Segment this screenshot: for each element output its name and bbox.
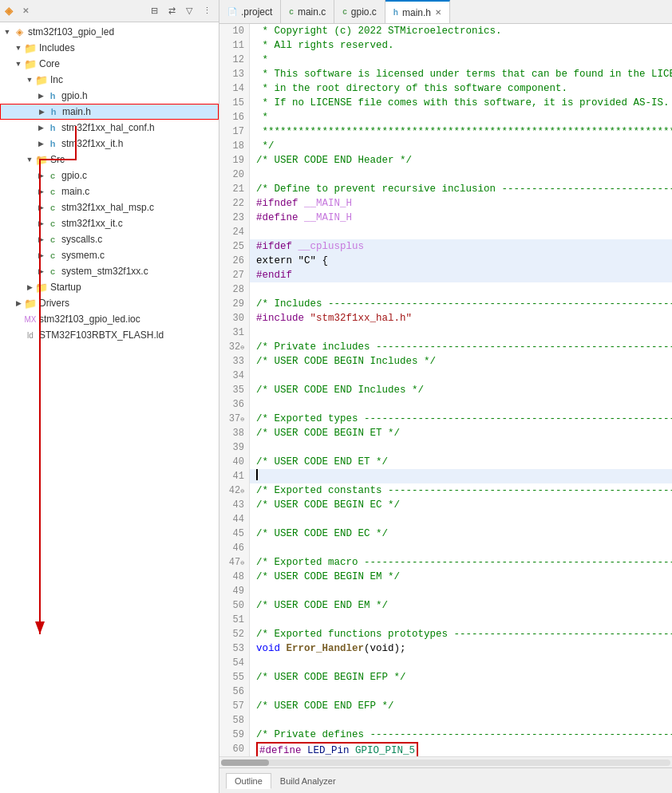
code-line-42[interactable]: /* Exported constants ------------------… (250, 483, 672, 498)
tree-arrow-system_stm32f1xx_c[interactable]: ▶ (35, 266, 46, 277)
code-line-17[interactable]: ****************************************… (250, 124, 672, 139)
code-line-35[interactable]: /* USER CODE END Includes */ (250, 383, 672, 397)
code-line-47[interactable]: /* Exported macro ----------------------… (250, 555, 672, 570)
collapse-all-btn[interactable]: ⊟ (147, 4, 161, 18)
tree-arrow-stm32f1xx_it_c[interactable]: ▶ (35, 218, 46, 229)
tree-item-src[interactable]: ▼📁Src (0, 152, 219, 168)
explorer-close-btn[interactable]: ✕ (22, 6, 29, 15)
scrollbar-track[interactable] (221, 759, 670, 766)
menu-btn[interactable]: ⋮ (200, 4, 214, 18)
code-line-60[interactable]: #define LED_Pin GPIO_PIN_5 (250, 742, 672, 756)
tree-item-stm32f1xx_it_h[interactable]: ▶hstm32f1xx_it.h (0, 136, 219, 152)
tree-item-system_stm32f1xx_c[interactable]: ▶csystem_stm32f1xx.c (0, 263, 219, 279)
horizontal-scrollbar[interactable] (219, 756, 672, 767)
code-line-48[interactable]: /* USER CODE BEGIN EM */ (250, 570, 672, 584)
code-line-18[interactable]: */ (250, 139, 672, 153)
tree-arrow-main_c_file[interactable]: ▶ (35, 186, 46, 197)
code-line-14[interactable]: * in the root directory of this software… (250, 81, 672, 96)
tree-item-main_c_file[interactable]: ▶cmain.c (0, 183, 219, 199)
tree-item-includes[interactable]: ▼📁Includes (0, 40, 219, 56)
code-line-36[interactable] (250, 397, 672, 412)
code-line-54[interactable] (250, 656, 672, 670)
tree-arrow-drivers[interactable]: ▶ (13, 298, 24, 309)
tree-arrow-syscalls_c[interactable]: ▶ (35, 234, 46, 245)
code-line-59[interactable]: /* Private defines ---------------------… (250, 728, 672, 742)
code-line-51[interactable] (250, 613, 672, 627)
code-line-57[interactable]: /* USER CODE END EFP */ (250, 699, 672, 713)
bottom-tab-1[interactable]: Build Analyzer (271, 773, 345, 789)
tree-arrow-inc[interactable]: ▼ (24, 74, 35, 85)
code-view[interactable]: 1011121314151617181920212223242526272829… (219, 24, 672, 756)
tree-item-ioc[interactable]: MXstm32f103_gpio_led.ioc (0, 311, 219, 327)
tree-item-stm32f1xx_it_c[interactable]: ▶cstm32f1xx_it.c (0, 215, 219, 231)
bottom-tab-0[interactable]: Outline (226, 773, 271, 789)
tree-item-main_h_file[interactable]: ▶hmain.h (0, 104, 219, 120)
tree-arrow-stm32f1xx_hal_msp_c[interactable]: ▶ (35, 202, 46, 213)
tree-arrow-includes[interactable]: ▼ (13, 42, 24, 53)
tree-item-stm32f1xx_hal_conf_h[interactable]: ▶hstm32f1xx_hal_conf.h (0, 120, 219, 136)
code-line-53[interactable]: void Error_Handler(void); (250, 641, 672, 656)
code-line-11[interactable]: * All rights reserved. (250, 38, 672, 53)
code-line-13[interactable]: * This software is licensed under terms … (250, 67, 672, 81)
filter-btn[interactable]: ▽ (182, 4, 196, 18)
tree-arrow-stm32f1xx_hal_conf_h[interactable]: ▶ (35, 122, 46, 133)
code-line-24[interactable] (250, 225, 672, 239)
tree-item-root[interactable]: ▼◈stm32f103_gpio_led (0, 24, 219, 40)
fold-icon-42[interactable]: ⊖ (240, 487, 244, 495)
tree-item-gpio_c_file[interactable]: ▶cgpio.c (0, 168, 219, 183)
scrollbar-thumb[interactable] (221, 759, 269, 766)
link-editor-btn[interactable]: ⇄ (164, 4, 179, 18)
tree-arrow-sysmem_c[interactable]: ▶ (35, 250, 46, 261)
code-line-39[interactable] (250, 440, 672, 455)
code-line-29[interactable]: /* Includes ----------------------------… (250, 297, 672, 311)
tree-arrow-gpio_c_file[interactable]: ▶ (35, 170, 46, 181)
code-line-19[interactable]: /* USER CODE END Header */ (250, 153, 672, 168)
code-line-16[interactable]: * (250, 110, 672, 124)
tree-arrow-startup[interactable]: ▶ (24, 282, 35, 293)
tab-gpio_c[interactable]: cgpio.c (334, 0, 385, 23)
code-line-23[interactable]: #define __MAIN_H (250, 211, 672, 225)
tree-item-sysmem_c[interactable]: ▶csysmem.c (0, 247, 219, 263)
fold-icon-47[interactable]: ⊖ (240, 559, 244, 566)
code-line-52[interactable]: /* Exported functions prototypes -------… (250, 627, 672, 641)
tab-main_h[interactable]: hmain.h✕ (385, 0, 450, 23)
tree-item-drivers[interactable]: ▶📁Drivers (0, 295, 219, 311)
code-line-45[interactable]: /* USER CODE END EC */ (250, 527, 672, 541)
tree-item-gpio_h[interactable]: ▶hgpio.h (0, 88, 219, 104)
tree-arrow-root[interactable]: ▼ (2, 26, 13, 37)
fold-icon-32[interactable]: ⊖ (240, 344, 244, 351)
code-line-25[interactable]: #ifdef __cplusplus (250, 239, 672, 254)
tab-project[interactable]: 📄.project (219, 0, 281, 23)
tree-item-core[interactable]: ▼📁Core (0, 56, 219, 72)
code-line-15[interactable]: * If no LICENSE file comes with this sof… (250, 96, 672, 110)
tab-close-main_h[interactable]: ✕ (435, 8, 441, 17)
code-line-32[interactable]: /* Private includes --------------------… (250, 340, 672, 354)
code-line-37[interactable]: /* Exported types ----------------------… (250, 412, 672, 426)
code-line-26[interactable]: extern "C" { (250, 254, 672, 268)
code-line-41[interactable] (250, 469, 672, 483)
code-line-27[interactable]: #endif (250, 268, 672, 282)
code-line-58[interactable] (250, 713, 672, 728)
code-line-46[interactable] (250, 541, 672, 555)
code-line-34[interactable] (250, 369, 672, 383)
tree-arrow-main_h_file[interactable]: ▶ (36, 106, 47, 117)
code-line-43[interactable]: /* USER CODE BEGIN EC */ (250, 498, 672, 512)
tree-item-inc[interactable]: ▼📁Inc (0, 72, 219, 88)
code-line-38[interactable]: /* USER CODE BEGIN ET */ (250, 426, 672, 440)
code-content[interactable]: * Copyright (c) 2022 STMicroelectronics.… (250, 24, 672, 756)
code-line-30[interactable]: #include "stm32f1xx_hal.h" (250, 311, 672, 325)
code-line-40[interactable]: /* USER CODE END ET */ (250, 455, 672, 469)
tab-main_c[interactable]: cmain.c (281, 0, 334, 23)
code-line-56[interactable] (250, 685, 672, 699)
code-line-21[interactable]: /* Define to prevent recursive inclusion… (250, 182, 672, 196)
code-line-49[interactable] (250, 584, 672, 598)
tree-arrow-src[interactable]: ▼ (24, 154, 35, 165)
code-line-20[interactable] (250, 168, 672, 182)
code-line-44[interactable] (250, 512, 672, 527)
tree-item-stm32f1xx_hal_msp_c[interactable]: ▶cstm32f1xx_hal_msp.c (0, 199, 219, 215)
code-line-55[interactable]: /* USER CODE BEGIN EFP */ (250, 670, 672, 685)
code-line-22[interactable]: #ifndef __MAIN_H (250, 196, 672, 211)
tree-arrow-gpio_h[interactable]: ▶ (35, 90, 46, 101)
tree-arrow-core[interactable]: ▼ (13, 58, 24, 69)
tree-arrow-stm32f1xx_it_h[interactable]: ▶ (35, 138, 46, 149)
